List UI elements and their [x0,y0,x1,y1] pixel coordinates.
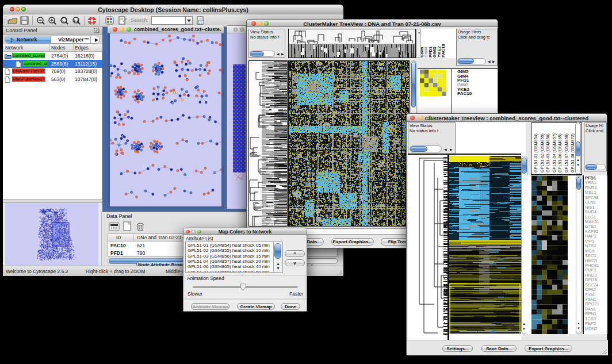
svg-text:1:1: 1:1 [74,19,78,22]
svg-text:GPL51-01 (GSM854): GPL51-01 (GSM854) [533,133,538,173]
svg-text:GPL51-08 (GSM872): GPL51-08 (GSM872) [570,133,575,173]
svg-text:GPL51-07 (GSM868): GPL51-07 (GSM868) [564,133,569,173]
svg-text:PAC10: PAC10 [441,44,446,58]
svg-text:GPL51-04 (GSM857): GPL51-04 (GSM857) [552,133,557,173]
svg-text:GPL51-03 (GSM856): GPL51-03 (GSM856) [545,133,550,173]
svg-text:GPL51-02 (GSM855): GPL51-02 (GSM855) [540,133,545,173]
svg-text:GPL51-06 (GSM865): GPL51-06 (GSM865) [557,133,563,173]
